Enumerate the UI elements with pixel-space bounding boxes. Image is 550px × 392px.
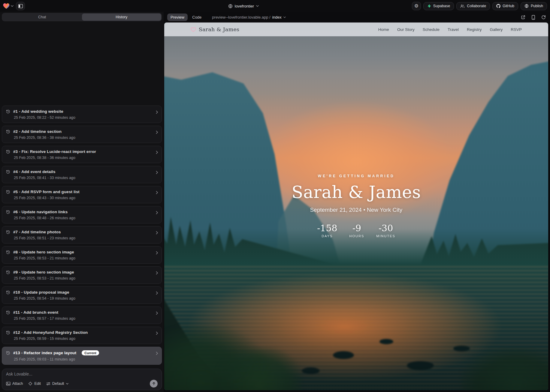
history-item[interactable]: #9 - Update hero section image 25 Feb 20… bbox=[2, 266, 162, 284]
history-item-timestamp: 25 Feb 2025, 08:57 - 17 minutes ago bbox=[14, 316, 153, 321]
nav-link[interactable]: Travel bbox=[448, 27, 459, 32]
chevron-right-icon bbox=[156, 352, 158, 355]
history-item-title: #4 - Add event details bbox=[13, 169, 56, 174]
countdown-unit: -30 MINUTES bbox=[376, 223, 395, 238]
chevron-right-icon bbox=[156, 271, 158, 275]
history-item-title: #6 - Update navigation links bbox=[13, 210, 68, 214]
hero-date-location: September 21, 2024 • New York City bbox=[164, 207, 548, 213]
supabase-button[interactable]: Supabase bbox=[423, 2, 454, 10]
countdown-value: -30 bbox=[376, 223, 395, 233]
history-item[interactable]: #7 - Add timeline photos 25 Feb 2025, 08… bbox=[2, 226, 162, 244]
nav-link[interactable]: Gallery bbox=[490, 27, 503, 32]
tab-code[interactable]: Code bbox=[189, 13, 205, 21]
chat-history-panel: Chat History #1 - Add wedding website 25… bbox=[0, 12, 164, 392]
history-item-timestamp: 25 Feb 2025, 08:54 - 19 minutes ago bbox=[14, 296, 153, 301]
chevron-right-icon bbox=[156, 251, 158, 255]
site-logo[interactable]: Sarah & James bbox=[191, 26, 239, 32]
tab-preview[interactable]: Preview bbox=[167, 13, 188, 21]
history-item[interactable]: #8 - Update hero section image 25 Feb 20… bbox=[2, 246, 162, 264]
mobile-preview-button[interactable] bbox=[531, 15, 535, 20]
history-item[interactable]: #4 - Add event details 25 Feb 2025, 08:4… bbox=[2, 166, 162, 183]
project-name: lovefrontier bbox=[235, 4, 254, 8]
chevron-down-icon bbox=[283, 16, 286, 18]
nav-link[interactable]: Home bbox=[378, 27, 389, 32]
sliders-icon bbox=[46, 382, 50, 386]
edit-button[interactable]: Edit bbox=[28, 382, 41, 386]
tab-history[interactable]: History bbox=[82, 13, 162, 21]
history-item[interactable]: #12 - Add Honeyfund Registry Section 25 … bbox=[2, 327, 162, 344]
preview-url[interactable]: preview--lovefrontier.lovable.app / inde… bbox=[212, 15, 286, 19]
app-topbar: lovefrontier ⚙ Supabase Collaborate GitH… bbox=[0, 0, 550, 12]
history-item[interactable]: #2 - Add timeline section 25 Feb 2025, 0… bbox=[2, 126, 162, 143]
history-clock-icon bbox=[6, 150, 10, 154]
settings-button[interactable]: ⚙ bbox=[412, 2, 421, 10]
countdown: -158 DAYS -9 HOURS -30 MINUTES bbox=[164, 223, 548, 238]
history-item[interactable]: #1 - Add wedding website 25 Feb 2025, 08… bbox=[2, 106, 162, 123]
nav-link[interactable]: Registry bbox=[467, 27, 482, 32]
nav-link[interactable]: Schedule bbox=[423, 27, 440, 32]
history-clock-icon bbox=[6, 250, 10, 254]
history-clock-icon bbox=[6, 290, 10, 295]
project-switcher[interactable]: lovefrontier bbox=[75, 4, 412, 8]
mode-select[interactable]: Default bbox=[46, 382, 68, 386]
history-item[interactable]: #10 - Update proposal image 25 Feb 2025,… bbox=[2, 286, 162, 304]
preview-toolbar: Preview Code preview--lovefrontier.lovab… bbox=[164, 12, 550, 22]
hero-title: Sarah & James bbox=[164, 182, 548, 202]
history-item-title: #10 - Update proposal image bbox=[13, 290, 69, 295]
lovable-logo-heart-icon[interactable] bbox=[3, 3, 14, 9]
prompt-composer: Ask Lovable... Attach Edit bbox=[2, 369, 162, 390]
open-in-new-tab-button[interactable] bbox=[521, 15, 525, 19]
history-item-timestamp: 25 Feb 2025, 08:53 - 21 minutes ago bbox=[14, 276, 153, 280]
nav-link[interactable]: RSVP bbox=[511, 27, 522, 32]
chevron-right-icon bbox=[156, 231, 158, 235]
history-clock-icon bbox=[6, 270, 10, 274]
history-clock-icon bbox=[6, 170, 10, 174]
history-item-timestamp: 25 Feb 2025, 08:43 - 30 minutes ago bbox=[14, 196, 153, 200]
history-item-title: #2 - Add timeline section bbox=[13, 129, 62, 134]
history-item-title: #9 - Update hero section image bbox=[13, 270, 74, 274]
history-item-title: #5 - Add RSVP form and guest list bbox=[13, 190, 80, 194]
panel-left-icon bbox=[18, 4, 23, 9]
nav-link[interactable]: Our Story bbox=[397, 27, 415, 32]
history-clock-icon bbox=[6, 109, 10, 114]
countdown-unit: -9 HOURS bbox=[349, 223, 364, 238]
history-item[interactable]: #6 - Update navigation links 25 Feb 2025… bbox=[2, 206, 162, 223]
chevron-right-icon bbox=[156, 211, 158, 214]
supabase-bolt-icon bbox=[427, 4, 431, 8]
history-item[interactable]: #5 - Add RSVP form and guest list 25 Feb… bbox=[2, 186, 162, 203]
countdown-label: MINUTES bbox=[376, 234, 395, 238]
site-header: Sarah & James HomeOur StoryScheduleTrave… bbox=[164, 22, 548, 36]
history-item-timestamp: 25 Feb 2025, 08:59 - 15 minutes ago bbox=[14, 337, 153, 341]
attach-image-icon bbox=[6, 382, 11, 386]
site-logo-text: Sarah & James bbox=[199, 26, 239, 32]
collaborate-button[interactable]: Collaborate bbox=[456, 2, 490, 10]
hero-eyebrow: WE'RE GETTING MARRIED bbox=[164, 174, 548, 178]
chevron-right-icon bbox=[156, 191, 158, 194]
sidebar-toggle-button[interactable] bbox=[16, 2, 25, 10]
attach-button[interactable]: Attach bbox=[6, 382, 23, 386]
publish-button[interactable]: Publish bbox=[521, 2, 547, 10]
send-button[interactable] bbox=[150, 380, 158, 388]
site-nav: HomeOur StoryScheduleTravelRegistryGalle… bbox=[378, 27, 522, 32]
chevron-down-icon bbox=[66, 383, 68, 385]
history-item-timestamp: 25 Feb 2025, 08:22 - 52 minutes ago bbox=[14, 115, 153, 120]
history-item-timestamp: 25 Feb 2025, 09:03 - 11 minutes ago bbox=[14, 357, 153, 361]
history-item[interactable]: #3 - Fix: Resolve Lucide-react import er… bbox=[2, 146, 162, 163]
hero-section: WE'RE GETTING MARRIED Sarah & James Sept… bbox=[164, 174, 548, 238]
history-clock-icon bbox=[6, 351, 10, 355]
prompt-input[interactable]: Ask Lovable... bbox=[6, 372, 158, 376]
external-link-icon bbox=[521, 15, 525, 19]
users-icon bbox=[460, 4, 465, 8]
history-clock-icon bbox=[6, 190, 10, 194]
tab-chat[interactable]: Chat bbox=[2, 13, 82, 21]
history-item[interactable]: #13 - Refactor index page layout Current… bbox=[2, 347, 162, 365]
gear-icon: ⚙ bbox=[414, 4, 419, 8]
github-button[interactable]: GitHub bbox=[492, 2, 518, 10]
github-icon bbox=[496, 4, 500, 8]
history-item-timestamp: 25 Feb 2025, 08:51 - 23 minutes ago bbox=[14, 236, 153, 240]
countdown-label: HOURS bbox=[349, 234, 364, 238]
history-item[interactable]: #11 - Add brunch event 25 Feb 2025, 08:5… bbox=[2, 307, 162, 324]
refresh-button[interactable] bbox=[541, 15, 546, 19]
history-item-title: #11 - Add brunch event bbox=[13, 310, 58, 315]
globe-icon bbox=[228, 4, 233, 8]
